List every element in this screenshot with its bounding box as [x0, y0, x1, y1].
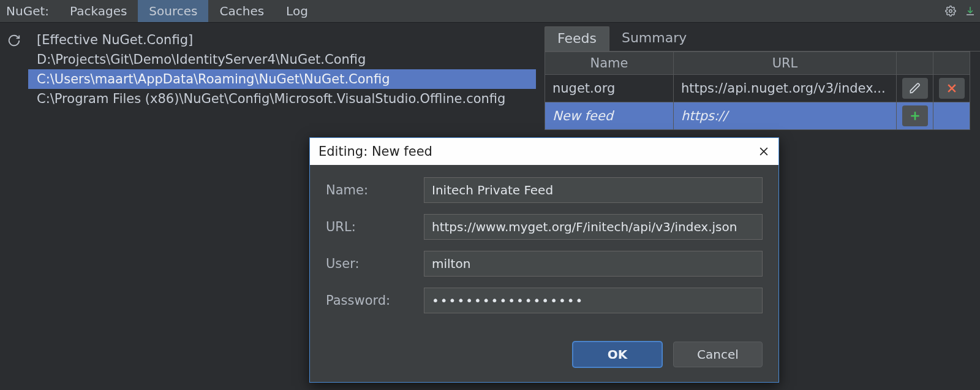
settings-gear-icon[interactable] [941, 0, 960, 22]
dialog-titlebar: Editing: New feed [310, 138, 778, 165]
add-plus-icon[interactable] [902, 105, 928, 126]
table-row[interactable]: nuget.org https://api.nuget.org/v3/index… [545, 75, 970, 102]
edit-feed-dialog: Editing: New feed Name: URL: User: Passw… [309, 137, 779, 383]
subtab-feeds[interactable]: Feeds [545, 26, 609, 51]
config-row[interactable]: C:\Users\maart\AppData\Roaming\NuGet\NuG… [28, 69, 536, 89]
feed-name: nuget.org [545, 75, 674, 102]
config-row[interactable]: [Effective NuGet.Config] [28, 30, 536, 50]
url-input[interactable] [424, 214, 763, 240]
table-header-row: Name URL [545, 52, 970, 75]
password-label: Password: [326, 293, 424, 308]
config-row[interactable]: C:\Program Files (x86)\NuGet\Config\Micr… [28, 89, 536, 109]
dialog-title: Editing: New feed [318, 144, 432, 159]
refresh-icon[interactable] [7, 34, 21, 47]
nuget-toolbar: NuGet: Packages Sources Caches Log [0, 0, 980, 23]
col-delete [933, 52, 970, 75]
name-label: Name: [326, 183, 424, 197]
dialog-footer: OK Cancel [310, 328, 778, 382]
download-icon[interactable] [960, 0, 980, 22]
col-name: Name [545, 52, 674, 75]
nuget-title: NuGet: [0, 0, 59, 22]
user-label: User: [326, 256, 424, 271]
url-label: URL: [326, 220, 424, 234]
top-tabs: Packages Sources Caches Log [59, 0, 319, 22]
tab-log[interactable]: Log [275, 0, 319, 22]
dialog-body: Name: URL: User: Password: [310, 165, 778, 328]
close-icon[interactable] [758, 145, 770, 158]
delete-x-icon[interactable] [939, 78, 965, 99]
config-row[interactable]: D:\Projects\Git\Demo\IdentityServer4\NuG… [28, 50, 536, 69]
password-input[interactable] [424, 288, 763, 313]
subtab-summary[interactable]: Summary [609, 26, 699, 51]
col-url: URL [674, 52, 897, 75]
ok-button[interactable]: OK [573, 342, 662, 367]
feeds-subtabs: Feeds Summary [545, 26, 980, 52]
col-edit [897, 52, 933, 75]
user-input[interactable] [424, 251, 763, 277]
edit-pencil-icon[interactable] [902, 78, 928, 99]
tab-sources[interactable]: Sources [138, 0, 208, 22]
table-row[interactable]: New feed https:// [545, 102, 970, 130]
feed-url: https:// [674, 102, 897, 130]
tab-packages[interactable]: Packages [59, 0, 138, 22]
feeds-table: Name URL nuget.org https://api.nuget.org… [545, 52, 970, 130]
svg-point-0 [949, 10, 952, 13]
tab-caches[interactable]: Caches [208, 0, 275, 22]
left-gutter [0, 23, 28, 390]
feed-name: New feed [545, 102, 674, 130]
cancel-button[interactable]: Cancel [673, 342, 763, 367]
feed-url: https://api.nuget.org/v3/index... [674, 75, 897, 102]
name-input[interactable] [424, 177, 763, 203]
